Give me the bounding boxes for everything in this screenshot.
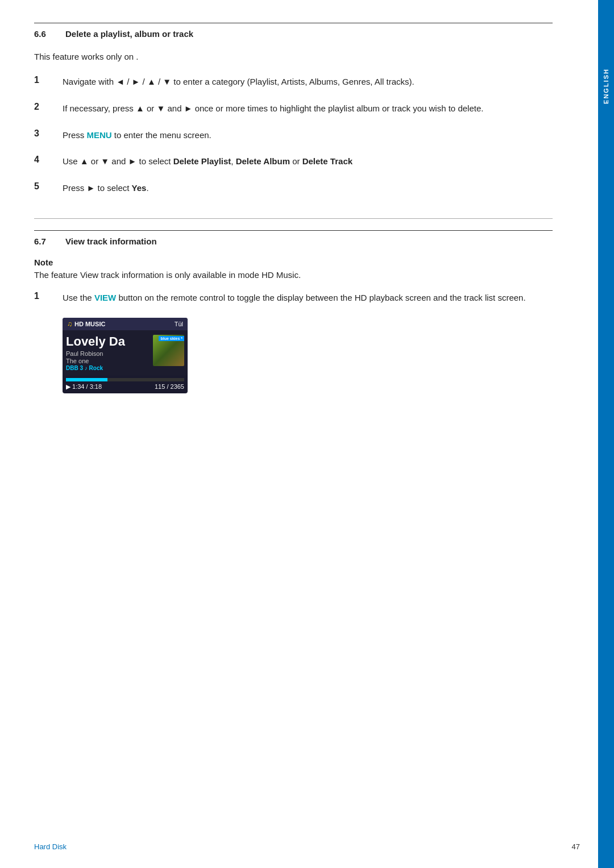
step-item: 4 Use ▲ or ▼ and ► to select Delete Play…: [34, 155, 553, 169]
menu-keyword: MENU: [87, 130, 112, 140]
footer: Hard Disk 47: [34, 842, 580, 851]
step-num: 1: [34, 75, 63, 85]
step-text: Use the VIEW button on the remote contro…: [63, 291, 526, 305]
section-6-6: 6.6 Delete a playlist, album or track Th…: [34, 23, 553, 196]
step-item: 3 Press MENU to enter the menu screen.: [34, 128, 553, 143]
section-66-title: Delete a playlist, album or track: [65, 29, 193, 39]
main-content: 6.6 Delete a playlist, album or track Th…: [0, 0, 598, 868]
hd-thumb-label: blue skies *: [159, 336, 184, 341]
hd-music-icon: ♫: [67, 320, 72, 328]
section-67-header: 6.7 View track information: [34, 230, 553, 246]
note-title: Note: [34, 258, 553, 267]
step-item: 5 Press ► to select Yes.: [34, 181, 553, 196]
step-text: Press ► to select Yes.: [63, 181, 149, 196]
steps-list-66: 1 Navigate with ◄ / ► / ▲ / ▼ to enter a…: [34, 75, 553, 196]
hd-screen-info: Lovely Da Paul Robison The one DBB 3 ♪ R…: [66, 335, 150, 371]
hd-screen-body: Lovely Da Paul Robison The one DBB 3 ♪ R…: [63, 330, 188, 376]
footer-left: Hard Disk: [34, 842, 67, 851]
note-block: Note The feature View track information …: [34, 258, 553, 282]
side-tab-label: ENGLISH: [603, 68, 609, 104]
section-66-header: 6.6 Delete a playlist, album or track: [34, 23, 553, 39]
view-keyword: VIEW: [94, 293, 116, 302]
step-num: 5: [34, 181, 63, 192]
step-text: Use ▲ or ▼ and ► to select Delete Playli…: [63, 155, 352, 169]
footer-page-number: 47: [572, 842, 580, 851]
hd-time: ▶ 1:34 / 3:18: [66, 383, 102, 391]
hd-track-title: Lovely Da: [66, 335, 150, 348]
step-num: 3: [34, 128, 63, 139]
section-66-intro: This feature works only on .: [34, 50, 553, 64]
section-67-title: View track information: [65, 236, 157, 246]
step-num: 4: [34, 155, 63, 165]
step-item: 2 If necessary, press ▲ or ▼ and ► once …: [34, 102, 553, 116]
section-divider: [34, 218, 553, 219]
section-6-7: 6.7 View track information Note The feat…: [34, 230, 553, 393]
step-num: 2: [34, 102, 63, 112]
section-67-number: 6.7: [34, 236, 65, 246]
step-text: Press MENU to enter the menu screen.: [63, 128, 211, 143]
steps-list-67: 1 Use the VIEW button on the remote cont…: [34, 291, 553, 305]
hd-screen-title: HD MUSIC: [74, 321, 105, 327]
hd-screen-header-left: ♫ HD MUSIC: [67, 320, 105, 328]
hd-screen-signal: Tül: [175, 321, 183, 327]
hd-track-num: 115 / 2365: [155, 383, 184, 391]
hd-bottom-row: ▶ 1:34 / 3:18 115 / 2365: [63, 381, 188, 393]
note-text: The feature View track information is on…: [34, 268, 553, 282]
step-item: 1 Navigate with ◄ / ► / ▲ / ▼ to enter a…: [34, 75, 553, 89]
step-text: Navigate with ◄ / ► / ▲ / ▼ to enter a c…: [63, 75, 414, 89]
hd-thumbnail: blue skies *: [153, 335, 184, 366]
hd-screen-mockup: ♫ HD MUSIC Tül Lovely Da Paul Robison Th…: [63, 318, 188, 393]
step-text: If necessary, press ▲ or ▼ and ► once or…: [63, 102, 483, 116]
hd-album: The one: [66, 358, 150, 364]
hd-artist: Paul Robison: [66, 350, 150, 357]
hd-dbb: DBB 3 ♪ Rock: [66, 365, 150, 371]
step-num: 1: [34, 291, 63, 301]
side-tab: ENGLISH: [598, 0, 614, 868]
hd-screen-header: ♫ HD MUSIC Tül: [63, 318, 188, 330]
step-item: 1 Use the VIEW button on the remote cont…: [34, 291, 553, 305]
section-66-number: 6.6: [34, 29, 65, 39]
